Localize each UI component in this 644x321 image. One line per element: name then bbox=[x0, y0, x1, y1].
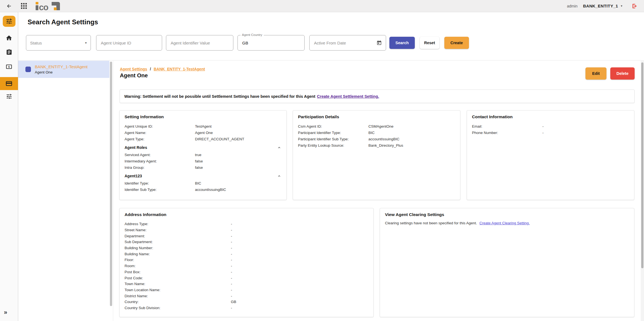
field-row: Building Number:- bbox=[125, 245, 368, 251]
create-settlement-setting-link[interactable]: Create Agent Settlement Setting. bbox=[317, 94, 379, 99]
field-row: Serviced Agent:true bbox=[125, 152, 281, 158]
field-label: Town Name: bbox=[125, 282, 231, 286]
sidebar-item-worklist[interactable] bbox=[0, 46, 18, 58]
banknote-icon: $ bbox=[6, 63, 12, 70]
field-value: - bbox=[231, 222, 232, 226]
card-title: Participation Details bbox=[298, 114, 455, 119]
agent-identifier-value-field bbox=[166, 35, 233, 51]
app-logo: co bbox=[35, 0, 63, 12]
create-button[interactable]: Create bbox=[444, 37, 469, 49]
agent-country-input[interactable] bbox=[242, 40, 300, 46]
field-row: Country:GB bbox=[125, 299, 368, 305]
field-label: Post Box: bbox=[125, 270, 231, 274]
breadcrumb-separator: / bbox=[150, 67, 151, 71]
field-value: GB bbox=[231, 300, 236, 304]
main-region: Search Agent Settings Status ▾ Agent Cou… bbox=[18, 12, 644, 321]
apps-grid-button[interactable] bbox=[21, 3, 27, 9]
field-row: Participant Identifier Sub Type:accountI… bbox=[298, 136, 455, 142]
card-title: Setting Information bbox=[125, 114, 281, 119]
field-label: Country Sub Division: bbox=[125, 306, 231, 310]
calendar-icon bbox=[376, 40, 382, 46]
field-label: Serviced Agent: bbox=[125, 153, 195, 157]
field-label: Building Name: bbox=[125, 252, 231, 256]
breadcrumb-link-agent[interactable]: BANK_ENTITY_1-TestAgent bbox=[154, 67, 205, 71]
delete-button[interactable]: Delete bbox=[610, 67, 635, 80]
clearing-settings-card: View Agent Clearing Settings Clearing se… bbox=[380, 208, 634, 317]
contact-information-card: Contact Information Email:-Phone Number:… bbox=[467, 110, 634, 200]
setting-information-card: Setting Information Agent Unique ID:Test… bbox=[119, 110, 287, 200]
sidebar-module-tile[interactable] bbox=[3, 16, 15, 27]
agent-unique-id-input[interactable] bbox=[100, 40, 158, 46]
field-row: Identifier Type:BIC bbox=[125, 180, 281, 186]
status-select[interactable]: Status ▾ bbox=[26, 35, 91, 51]
section-title: Agent Roles bbox=[125, 145, 147, 150]
field-label: Csm Agent ID: bbox=[298, 124, 368, 128]
result-list-item-selected[interactable]: BANK_ENTITY_1-TestAgent Agent One bbox=[18, 61, 109, 78]
field-value: - bbox=[231, 240, 232, 244]
field-label: Post Code: bbox=[125, 276, 231, 280]
settlement-warning-banner: Warning: Settlement will not be possible… bbox=[120, 90, 635, 103]
field-value: - bbox=[231, 306, 232, 310]
sidebar-item-agent-settings-active[interactable] bbox=[0, 77, 18, 90]
field-value: accountIssuingBIC bbox=[368, 137, 400, 141]
field-row: Identifier Sub Type:accountIssuingBIC bbox=[125, 186, 281, 193]
agent-roles-section-header: Agent Roles bbox=[125, 145, 281, 150]
create-clearing-setting-link[interactable]: Create Agent Clearing Setting. bbox=[479, 221, 530, 225]
field-label: Party Entity Lookup Source: bbox=[298, 143, 368, 148]
section-title: Agent123 bbox=[125, 174, 142, 178]
card-title: View Agent Clearing Settings bbox=[385, 212, 629, 217]
back-button[interactable] bbox=[6, 3, 12, 9]
field-value: false bbox=[195, 165, 203, 170]
field-value: DIRECT_ACCOUNT_AGENT bbox=[195, 137, 244, 141]
search-button[interactable]: Search bbox=[389, 37, 415, 49]
field-row: Phone Number:- bbox=[472, 130, 629, 136]
results-scrollbar[interactable] bbox=[110, 62, 112, 306]
field-value: CSMAgentOne bbox=[368, 124, 394, 128]
field-row: Room:- bbox=[125, 263, 368, 269]
field-value: - bbox=[231, 228, 232, 232]
entity-selector[interactable]: BANK_ENTITY_1 ▾ bbox=[581, 3, 624, 9]
field-label: Street Name: bbox=[125, 228, 231, 232]
calendar-button[interactable] bbox=[376, 40, 382, 46]
sliders-icon bbox=[6, 93, 12, 100]
agent-unique-id-field bbox=[96, 35, 162, 51]
sidebar-item-payments[interactable]: $ bbox=[0, 60, 18, 73]
field-value: Bank_Directory_Plus bbox=[368, 143, 403, 148]
detail-pane: Agent Settings / BANK_ENTITY_1-TestAgent… bbox=[114, 61, 644, 321]
app-root: { "colors": { "accent_orange": "#EDA020"… bbox=[0, 0, 644, 321]
active-from-date-field bbox=[309, 35, 386, 51]
logo-icon: co bbox=[35, 1, 63, 11]
field-label: Email: bbox=[472, 124, 542, 128]
clearing-settings-text: Clearing settings have not been specifie… bbox=[385, 221, 629, 225]
sidebar-item-home[interactable] bbox=[0, 32, 18, 44]
field-row: Street Name:- bbox=[125, 227, 368, 233]
field-label: Sub Department: bbox=[125, 240, 231, 244]
logout-button[interactable] bbox=[631, 3, 638, 9]
reset-button[interactable]: Reset bbox=[420, 37, 439, 49]
clearing-empty-text: Clearing settings have not been specifie… bbox=[385, 221, 477, 225]
edit-button[interactable]: Edit bbox=[585, 67, 606, 80]
collapse-chevron-up-icon[interactable] bbox=[277, 174, 281, 178]
detail-scrollbar[interactable] bbox=[641, 62, 643, 268]
active-from-date-input[interactable] bbox=[313, 40, 376, 46]
field-row: Csm Agent ID:CSMAgentOne bbox=[298, 123, 455, 130]
field-label: Floor: bbox=[125, 258, 231, 262]
sidebar-item-configuration[interactable] bbox=[0, 90, 18, 102]
field-value: true bbox=[195, 153, 201, 157]
collapse-chevron-up-icon[interactable] bbox=[277, 145, 281, 150]
field-row: Agent Name:Agent One bbox=[125, 130, 281, 136]
clipboard-icon bbox=[6, 49, 12, 56]
agent-identifier-value-input[interactable] bbox=[170, 40, 229, 46]
logout-icon bbox=[631, 3, 638, 9]
agent-avatar bbox=[25, 67, 31, 72]
logo-text: co bbox=[39, 2, 48, 11]
field-row: Sub Department:- bbox=[125, 239, 368, 245]
agent-roles-rows: Serviced Agent:trueIntermediary Agent:fa… bbox=[125, 152, 281, 171]
filter-bar: Status ▾ Agent Country Search Reset Crea… bbox=[18, 35, 644, 51]
breadcrumb-link-agent-settings[interactable]: Agent Settings bbox=[120, 67, 147, 71]
field-row: Address Type:- bbox=[125, 221, 368, 227]
sidebar-expand-button[interactable]: » bbox=[2, 308, 13, 317]
field-row: Town Name:- bbox=[125, 281, 368, 287]
field-value: - bbox=[231, 234, 232, 238]
field-row: Participant Identifier Type:BIC bbox=[298, 130, 455, 136]
